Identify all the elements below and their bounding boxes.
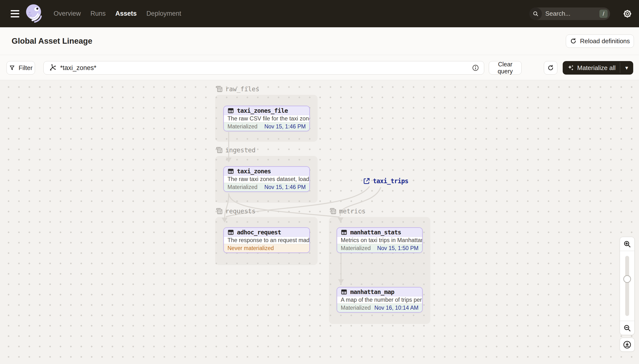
asset-node-header: manhattan_stats	[337, 228, 422, 237]
group-name: requests	[225, 208, 256, 215]
filter-button[interactable]: Filter	[7, 61, 35, 74]
zoom-in-button[interactable]	[620, 237, 634, 251]
nav-runs[interactable]: Runs	[91, 10, 106, 18]
app-window: Overview Runs Assets Deployment /	[0, 0, 639, 364]
asset-lineage-canvas[interactable]: raw_files ingested requests	[0, 80, 639, 364]
zoom-control-panel	[620, 237, 635, 335]
search-icon	[529, 8, 542, 20]
refresh-icon	[570, 38, 577, 44]
group-label-raw-files[interactable]: raw_files	[215, 85, 259, 93]
asset-name: taxi_zones	[237, 168, 271, 175]
materialize-options-caret[interactable]: ▾	[620, 61, 633, 74]
materialization-timestamp[interactable]: Nov 15, 1:46 PM	[264, 123, 306, 130]
caret-down-icon: ▾	[625, 64, 628, 71]
info-icon[interactable]	[472, 64, 479, 72]
table-asset-icon	[228, 168, 234, 174]
nav-deployment[interactable]: Deployment	[146, 10, 181, 18]
refresh-graph-button[interactable]	[544, 61, 557, 74]
external-link-icon	[363, 178, 370, 185]
materialize-all-split-button: Materialize all ▾	[563, 61, 633, 74]
asset-query-input[interactable]	[60, 64, 468, 72]
primary-nav: Overview Runs Assets Deployment	[54, 10, 181, 18]
external-asset-taxi-trips[interactable]: taxi_trips	[363, 178, 408, 185]
download-icon	[623, 340, 631, 349]
asset-graph-query-icon	[49, 64, 56, 72]
materialization-timestamp[interactable]: Nov 16, 10:14 AM	[374, 304, 418, 311]
table-asset-icon	[228, 108, 234, 114]
zoom-out-icon	[623, 324, 631, 332]
filter-label: Filter	[19, 64, 33, 72]
dagster-logo[interactable]	[26, 4, 43, 24]
zoom-slider-track[interactable]	[625, 256, 629, 316]
clear-query-button[interactable]: Clear query	[489, 61, 522, 74]
asset-node-header: manhattan_map	[337, 288, 422, 296]
refresh-icon	[547, 64, 554, 71]
status-label: Materialized	[228, 123, 257, 130]
asset-name: manhattan_map	[350, 288, 394, 296]
search-bar[interactable]: /	[529, 8, 610, 20]
asset-description: The response to an request made in th...	[224, 237, 309, 244]
reload-definitions-label: Reload definitions	[580, 38, 630, 45]
reload-definitions-button[interactable]: Reload definitions	[566, 34, 634, 48]
asset-name: taxi_zones_file	[237, 107, 288, 114]
asset-node-manhattan-stats[interactable]: manhattan_stats Metrics on taxi trips in…	[337, 228, 423, 253]
dot-grid-background	[0, 80, 639, 364]
asset-node-taxi-zones-file[interactable]: taxi_zones_file The raw CSV file for the…	[223, 106, 310, 131]
asset-node-adhoc-request[interactable]: adhoc_request The response to an request…	[223, 228, 310, 253]
menu-icon[interactable]	[11, 10, 19, 18]
asset-node-manhattan-map[interactable]: manhattan_map A map of the number of tri…	[337, 287, 423, 312]
page-header: Global Asset Lineage Reload definitions	[0, 27, 639, 55]
asset-description: Metrics on taxi trips in Manhattan	[337, 237, 422, 244]
table-asset-icon	[228, 229, 234, 236]
materialize-all-button[interactable]: Materialize all	[563, 61, 620, 74]
group-label-ingested[interactable]: ingested	[215, 146, 256, 154]
asset-node-taxi-zones[interactable]: taxi_zones The raw taxi zones dataset, l…	[223, 166, 310, 192]
group-tables-icon	[215, 207, 223, 215]
group-name: ingested	[225, 146, 256, 154]
search-input[interactable]	[542, 10, 599, 18]
topbar-right: /	[529, 8, 639, 20]
group-tables-icon	[215, 85, 223, 93]
asset-status-row: Materialized Nov 15, 1:50 PM	[337, 244, 422, 252]
group-name: metrics	[339, 208, 366, 215]
asset-description: A map of the number of trips per taxi z.…	[337, 296, 422, 304]
asset-status-row: Never materialized	[224, 244, 309, 252]
zoom-out-button[interactable]	[620, 321, 634, 335]
group-name: raw_files	[225, 86, 259, 93]
search-shortcut-badge: /	[599, 10, 607, 18]
asset-name: adhoc_request	[237, 229, 281, 236]
asset-name: manhattan_stats	[350, 229, 401, 236]
status-label: Never materialized	[228, 245, 274, 252]
materialization-timestamp[interactable]: Nov 15, 1:46 PM	[264, 184, 306, 190]
asset-status-row: Materialized Nov 15, 1:46 PM	[224, 122, 309, 131]
group-label-requests[interactable]: requests	[215, 207, 256, 215]
lineage-toolbar: Filter Clear query	[0, 55, 639, 80]
asset-selection-query-box[interactable]	[44, 61, 484, 74]
group-tables-icon	[329, 207, 337, 215]
status-label: Materialized	[228, 184, 257, 190]
nav-overview[interactable]: Overview	[54, 10, 81, 18]
materialization-timestamp[interactable]: Nov 15, 1:50 PM	[377, 245, 418, 252]
table-asset-icon	[341, 229, 347, 236]
group-tables-icon	[215, 146, 223, 154]
sparkle-icon	[567, 64, 574, 72]
status-label: Materialized	[341, 245, 371, 252]
zoom-slider	[620, 251, 634, 321]
nav-assets[interactable]: Assets	[116, 10, 137, 18]
asset-node-header: taxi_zones	[224, 167, 309, 176]
group-label-metrics[interactable]: metrics	[329, 207, 366, 215]
settings-gear-icon[interactable]	[622, 9, 632, 18]
status-label: Materialized	[341, 304, 371, 311]
asset-status-row: Materialized Nov 16, 10:14 AM	[337, 304, 422, 312]
page-title: Global Asset Lineage	[12, 36, 92, 46]
download-image-button[interactable]	[620, 338, 635, 352]
top-nav-bar: Overview Runs Assets Deployment /	[0, 0, 639, 27]
zoom-slider-thumb[interactable]	[623, 275, 631, 283]
asset-description: The raw taxi zones dataset, loaded int..…	[224, 176, 309, 183]
table-asset-icon	[341, 289, 347, 295]
external-asset-label: taxi_trips	[373, 178, 408, 185]
asset-status-row: Materialized Nov 15, 1:46 PM	[224, 183, 309, 192]
asset-node-header: taxi_zones_file	[224, 106, 309, 115]
asset-description: The raw CSV file for the taxi zones dat.…	[224, 115, 309, 122]
clear-query-label: Clear query	[490, 61, 520, 75]
